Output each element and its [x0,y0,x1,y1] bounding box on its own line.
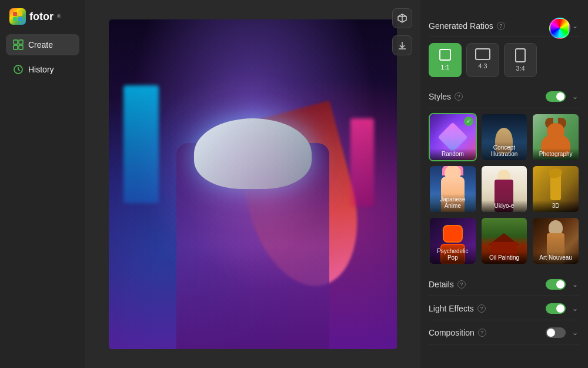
grid-icon [13,39,24,50]
canvas-toolbar [392,8,412,55]
ratio-1-1-label: 1:1 [440,64,449,71]
svg-rect-13 [516,49,525,62]
3d-label: 3D [533,200,579,212]
photography-label: Photography [533,148,579,160]
styles-toggle[interactable] [546,91,566,102]
composition-title: Composition [429,328,475,337]
anime-label: Japanese Anime [430,194,476,212]
details-chevron[interactable]: ⌄ [570,280,580,289]
style-card-ukiyo[interactable]: Ukiyo-e [480,165,529,213]
right-panel: Generated Ratios ? ⌄ 1:1 4:3 [420,0,588,368]
random-cube-icon [437,122,467,152]
styles-grid: ✓ Random Concept Illustration Photograph… [429,108,580,272]
ratio-3-4-icon [515,48,526,62]
light-effects-title: Light Effects [429,304,474,313]
svg-rect-7 [19,45,23,49]
style-card-photography[interactable]: Photography [532,113,580,161]
light-effects-toggle[interactable] [546,303,566,314]
svg-rect-6 [14,45,18,49]
psychedelic-label: Psychedelic Pop [430,246,476,264]
svg-rect-3 [18,17,22,21]
history-label: History [28,65,54,74]
hair-element [227,101,375,299]
ratio-4-3-icon [475,48,490,60]
canvas-area [85,0,420,368]
style-card-concept[interactable]: Concept Illustration [480,113,529,161]
sidebar-item-history[interactable]: History [6,59,79,80]
oil-label: Oil Painting [482,252,527,264]
ratio-3-4-label: 3:4 [516,65,524,72]
ratio-1-1-button[interactable]: 1:1 [429,43,462,77]
details-help[interactable]: ? [457,280,466,289]
composition-toggle[interactable] [546,327,566,338]
ratio-4-3-button[interactable]: 4:3 [466,43,499,77]
sidebar-item-create[interactable]: Create [6,34,79,55]
styles-help[interactable]: ? [455,92,463,101]
styles-title: Styles [429,92,451,101]
body-silhouette [176,143,329,349]
light-effects-chevron[interactable]: ⌄ [570,304,580,313]
ratio-4-3-label: 4:3 [478,62,487,69]
generated-ratios-help[interactable]: ? [497,22,505,30]
logo-sup: ® [57,14,61,19]
create-label: Create [28,40,53,49]
light-effects-help[interactable]: ? [477,304,486,313]
download-button[interactable] [392,35,412,55]
random-check: ✓ [464,117,473,126]
logo-icon [9,8,26,25]
svg-rect-1 [18,12,22,16]
svg-rect-2 [13,17,17,21]
styles-section-header: Styles ? ⌄ [429,84,580,108]
sidebar: fotor® Create History [0,0,85,368]
svg-rect-5 [19,40,23,44]
svg-rect-0 [13,12,17,16]
details-title: Details [429,280,454,289]
ratio-3-4-button[interactable]: 3:4 [504,43,537,77]
canvas-image [109,19,397,349]
ukiyo-label: Ukiyo-e [482,200,527,212]
neon-left [123,85,159,203]
details-toggle[interactable] [546,279,566,290]
composition-help[interactable]: ? [478,329,486,337]
concept-label: Concept Illustration [482,142,527,160]
svg-rect-11 [440,49,450,60]
headset-shape [194,118,312,189]
random-label: Random [430,148,476,160]
svg-rect-12 [476,49,490,59]
ratio-1-1-icon [439,48,452,61]
clock-icon [13,64,24,75]
composition-section-header: Composition ? ⌄ [429,320,580,344]
logo: fotor® [6,8,79,31]
style-card-3d[interactable]: 3D [532,165,580,213]
svg-rect-4 [14,40,18,44]
style-card-nouveau[interactable]: Art Nouveau [532,217,580,265]
nouveau-label: Art Nouveau [533,252,579,264]
generated-ratios-title: Generated Ratios [429,21,493,31]
style-card-anime[interactable]: Japanese Anime [429,165,477,213]
main-content [85,0,420,368]
ratio-buttons-group: 1:1 4:3 3:4 [429,37,580,84]
style-card-oil[interactable]: Oil Painting [480,217,529,265]
3d-view-button[interactable] [392,8,412,28]
composition-chevron[interactable]: ⌄ [570,328,580,337]
style-card-random[interactable]: ✓ Random [429,113,477,161]
color-wheel-button[interactable] [549,18,570,39]
style-card-psychedelic[interactable]: Psychedelic Pop [429,217,477,265]
logo-text: fotor [29,11,54,23]
generated-ratios-chevron[interactable]: ⌄ [570,21,580,31]
light-effects-section-header: Light Effects ? ⌄ [429,296,580,320]
details-section-header: Details ? ⌄ [429,272,580,296]
styles-chevron[interactable]: ⌄ [570,92,580,101]
neon-right [350,118,374,207]
